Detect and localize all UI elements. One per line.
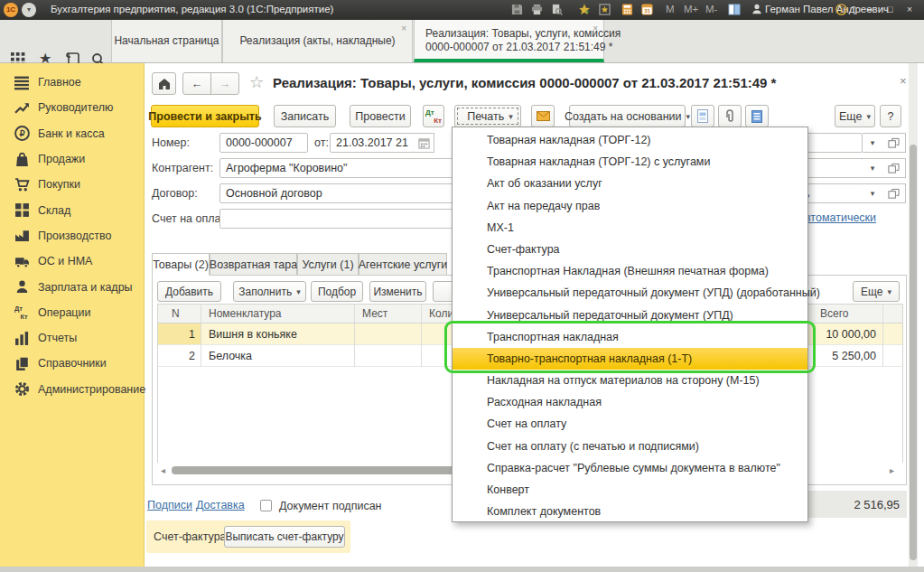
svg-text:31: 31 — [644, 8, 650, 14]
dropdown-button[interactable]: ▾ — [863, 133, 883, 153]
menu-item-goods-transport-waybill-1t[interactable]: Товарно-транспортная накладная (1-Т) — [453, 348, 807, 370]
calculator-icon[interactable] — [621, 4, 633, 17]
report-button[interactable] — [691, 105, 714, 127]
delivery-link[interactable]: Доставка — [196, 499, 245, 511]
menu-item[interactable]: Счет на оплату (с печатью и подписями) — [453, 436, 807, 457]
dropdown-button[interactable]: ▾ — [863, 158, 883, 178]
sidebar-item-bank-cash[interactable]: ₽ Банк и касса — [0, 121, 144, 146]
save-button[interactable]: Записать — [274, 105, 336, 127]
menu-item[interactable]: Счет на оплату — [453, 413, 807, 435]
sidebar-item-administration[interactable]: Администрирование — [0, 377, 144, 402]
tab-close-icon[interactable]: × — [593, 23, 598, 33]
signatures-link[interactable]: Подписи — [147, 499, 192, 511]
issue-invoice-button[interactable]: Выписать счет-фактуру — [224, 526, 345, 548]
maximize-button[interactable]: □ — [882, 3, 897, 17]
show-postings-button[interactable]: Дт Кт — [423, 105, 444, 127]
save-icon[interactable] — [511, 4, 523, 17]
menu-item[interactable]: Акт об оказании услуг — [453, 173, 807, 194]
scroll-right-icon[interactable]: ▸ — [890, 465, 894, 475]
notes-button[interactable] — [745, 105, 769, 127]
tab-sales-document[interactable]: Реализация: Товары, услуги, комиссия 000… — [414, 20, 604, 62]
open-button[interactable] — [882, 183, 906, 203]
print-button[interactable]: Печать▾ — [454, 105, 521, 127]
vertical-scrollbar-thumb[interactable] — [910, 145, 917, 560]
open-button[interactable] — [882, 158, 906, 178]
menu-item[interactable]: Акт на передачу прав — [453, 195, 807, 217]
auto-offset-link-fragment[interactable]: втоматически — [805, 211, 876, 224]
menu-item[interactable]: Транспортная Накладная (Внешняя печатная… — [453, 260, 807, 282]
back-button[interactable]: ← — [182, 72, 211, 95]
help-button[interactable]: ? — [880, 105, 901, 127]
info-dropdown-icon[interactable]: ▾ — [852, 4, 855, 12]
sidebar-item-manager[interactable]: Руководителю — [0, 95, 144, 120]
memory-subtract-button[interactable]: M- — [705, 4, 717, 14]
print-preview-icon[interactable] — [551, 4, 563, 17]
print-icon[interactable] — [531, 4, 543, 17]
memory-recall-button[interactable]: M — [666, 4, 675, 14]
post-button[interactable]: Провести — [350, 105, 411, 127]
menu-item[interactable]: Товарная накладная (ТОРГ-12) — [453, 129, 807, 151]
attachments-button[interactable] — [718, 105, 742, 127]
favorites-go-icon[interactable] — [578, 4, 591, 17]
menu-item[interactable]: Универсальный передаточный документ (УПД… — [453, 282, 807, 304]
open-button[interactable] — [882, 133, 906, 153]
close-window-button[interactable]: × — [902, 3, 917, 17]
tab-sales-list[interactable]: Реализация (акты, накладные) × — [222, 20, 413, 62]
main-menu-button[interactable]: ▾ — [22, 3, 36, 17]
favorite-star-button[interactable]: ☆ — [249, 72, 264, 92]
home-button[interactable] — [152, 72, 176, 95]
sidebar-item-production[interactable]: Производство — [0, 223, 144, 248]
more-button[interactable]: Еще▾ — [835, 105, 875, 127]
sidebar-item-salary-hr[interactable]: Зарплата и кадры — [0, 274, 144, 299]
boxes-icon — [14, 202, 30, 218]
menu-item[interactable]: Универсальный передаточный документ (УПД… — [453, 305, 807, 326]
date-input[interactable] — [330, 133, 415, 153]
sidebar-item-fixed-assets[interactable]: ОС и НМА — [0, 248, 144, 274]
tab-goods[interactable]: Товары (2) — [152, 253, 210, 276]
scroll-left-icon[interactable]: ◂ — [161, 465, 165, 475]
tab-returnable-packaging[interactable]: Возвратная тара — [210, 253, 297, 276]
edit-button[interactable]: Изменить — [369, 281, 426, 302]
menu-item[interactable]: Расходная накладная — [453, 391, 807, 413]
menu-item[interactable]: МХ-1 — [453, 217, 807, 239]
menu-item[interactable]: Товарная накладная (ТОРГ-12) с услугами — [453, 151, 807, 173]
favorites-add-icon[interactable] — [599, 4, 611, 17]
tab-agency-services[interactable]: Агентские услуги — [359, 253, 447, 276]
date-picker-button[interactable] — [414, 133, 434, 153]
memory-add-button[interactable]: M+ — [684, 4, 698, 14]
sidebar-item-purchases[interactable]: Покупки — [0, 172, 144, 197]
post-and-close-button[interactable]: Провести и закрыть — [151, 105, 259, 127]
menu-item[interactable]: Конверт — [453, 479, 807, 501]
menu-item[interactable]: Справка-расчет "Рублевые суммы документа… — [453, 457, 807, 479]
tab-services[interactable]: Услуги (1) — [297, 253, 359, 276]
tab-close-icon[interactable]: × — [401, 23, 406, 33]
menu-item-transport-waybill[interactable]: Транспортная накладная — [453, 326, 807, 348]
sidebar-item-main[interactable]: Главное — [0, 70, 144, 95]
sidebar-item-warehouse[interactable]: Склад — [0, 197, 144, 222]
minimize-button[interactable]: – — [863, 3, 877, 17]
table-more-button[interactable]: Еще▾ — [853, 281, 900, 302]
document-signed-checkbox[interactable] — [260, 500, 272, 511]
sidebar-item-reports[interactable]: Отчеты — [0, 325, 144, 351]
forward-button[interactable]: → — [210, 72, 239, 95]
calendar-icon[interactable]: 31 — [641, 4, 653, 17]
close-document-icon[interactable]: × — [900, 74, 907, 88]
add-row-button[interactable]: Добавить — [157, 281, 221, 302]
sidebar-item-directories[interactable]: Справочники — [0, 351, 144, 376]
send-email-button[interactable] — [531, 105, 555, 127]
number-input[interactable] — [219, 133, 308, 153]
tab-home[interactable]: Начальная страница — [111, 20, 222, 62]
fill-button[interactable]: Заполнить▾ — [233, 281, 306, 302]
pick-button[interactable]: Подбор — [311, 281, 363, 302]
counterparty-label: Контрагент: — [152, 158, 213, 178]
dropdown-button[interactable]: ▾ — [863, 183, 883, 203]
info-icon[interactable]: i — [835, 4, 847, 17]
sidebar-item-operations[interactable]: ДтКт Операции — [0, 300, 144, 325]
split-window-icon[interactable] — [728, 4, 741, 17]
sidebar-item-sales[interactable]: Продажи — [0, 146, 144, 172]
menu-item[interactable]: Комплект документов — [453, 501, 807, 522]
create-based-on-button[interactable]: Создать на основании▾ — [569, 105, 686, 127]
date-label: от: — [314, 133, 329, 153]
menu-item[interactable]: Счет-фактура — [453, 239, 807, 260]
menu-item[interactable]: Накладная на отпуск материалов на сторон… — [453, 370, 807, 391]
